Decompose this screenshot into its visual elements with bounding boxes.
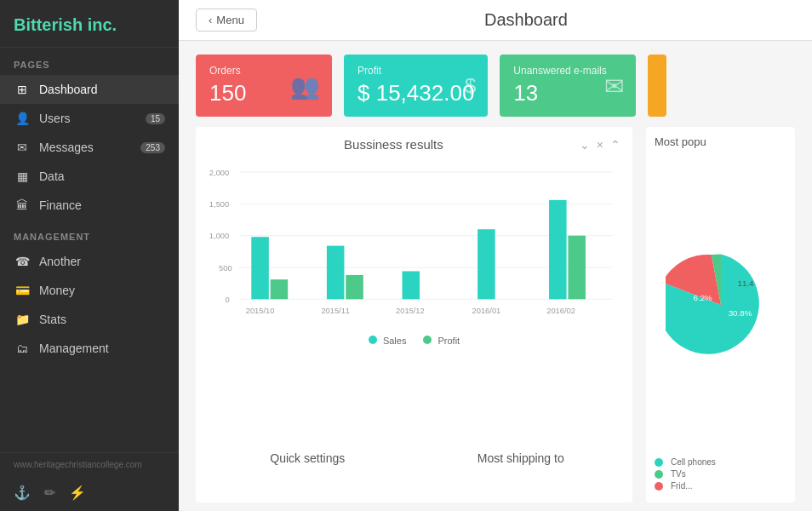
management-icon: 🗂 [14, 342, 31, 355]
profit-dot [423, 336, 432, 344]
legend-sales: Sales [369, 336, 407, 346]
chart-title: Bussiness results [208, 137, 580, 152]
sidebar-item-label: Money [39, 284, 75, 297]
chart-legend: Sales Profit [208, 336, 620, 346]
sidebar-item-money[interactable]: 💳 Money [0, 276, 179, 305]
most-shipping-card: Most shipping to [421, 424, 621, 492]
menu-button[interactable]: ‹ Menu [196, 9, 257, 32]
orders-icon: 👥 [290, 72, 320, 100]
sidebar-item-label: Messages [39, 141, 94, 154]
svg-text:0: 0 [226, 296, 230, 304]
sidebar-item-management[interactable]: 🗂 Management [0, 334, 179, 363]
stat-card-emails: Unanswered e-mails 13 ✉ [500, 55, 636, 117]
stat-card-orders: Orders 150 👥 [196, 55, 332, 117]
profit-value: $ 15,432.00 [357, 80, 474, 106]
chart-minimize-icon[interactable]: ⌄ [580, 138, 590, 152]
pages-section-label: PAGES [0, 48, 179, 75]
stats-icon: 📁 [14, 313, 31, 326]
finance-icon: 🏛 [14, 198, 31, 212]
pie-label-percent3: 11.4 [737, 278, 754, 288]
another-icon: ☎ [14, 255, 31, 268]
svg-text:2015/11: 2015/11 [321, 307, 350, 315]
bar-sales-0 [251, 237, 269, 299]
bar-sales-2 [403, 271, 420, 299]
svg-text:1,500: 1,500 [209, 200, 229, 209]
profit-title: Profit [357, 65, 474, 77]
most-shipping-label: Most shipping to [477, 451, 564, 465]
quick-settings-label: Quick settings [270, 451, 345, 465]
cell-phones-dot [655, 458, 663, 467]
pie-legend: Cell phones TVs Frid... [655, 454, 786, 494]
dashboard-icon: ⊞ [14, 83, 31, 96]
pie-chart-container: 30.8% 6.2% 11.4 [655, 155, 786, 454]
sidebar-item-stats[interactable]: 📁 Stats [0, 305, 179, 334]
sales-dot [369, 336, 377, 344]
chart-close-icon[interactable]: × [597, 138, 603, 152]
users-icon: 👤 [14, 112, 31, 125]
legend-cell-phones: Cell phones [655, 457, 786, 467]
svg-text:500: 500 [219, 264, 232, 273]
money-icon: 💳 [14, 284, 31, 297]
sidebar-item-another[interactable]: ☎ Another [0, 247, 179, 276]
sidebar-item-finance[interactable]: 🏛 Finance [0, 191, 179, 220]
svg-text:1,000: 1,000 [209, 232, 229, 240]
tvs-label: TVs [671, 469, 686, 479]
edit-icon[interactable]: ✏ [44, 485, 55, 501]
profit-icon: $ [465, 74, 476, 98]
stat-card-extra [648, 55, 666, 117]
bolt-icon[interactable]: ⚡ [69, 485, 86, 501]
tvs-dot [655, 470, 663, 479]
sidebar: Bitterish inc. PAGES ⊞ Dashboard 👤 Users… [0, 0, 179, 511]
chart-expand-icon[interactable]: ⌃ [610, 138, 620, 152]
users-badge: 15 [146, 113, 165, 124]
sidebar-item-users[interactable]: 👤 Users 15 [0, 104, 179, 133]
sidebar-item-label: Data [39, 169, 65, 183]
main-content: ‹ Menu Dashboard Orders 150 👥 Profit $ 1… [179, 0, 812, 511]
frid-label: Frid... [671, 481, 693, 491]
stats-row: Orders 150 👥 Profit $ 15,432.00 $ Unansw… [179, 41, 812, 127]
svg-text:2015/12: 2015/12 [396, 307, 425, 315]
bar-sales-4 [549, 200, 567, 299]
management-section-label: MANAGEMENT [0, 220, 179, 247]
sidebar-item-label: Stats [39, 313, 66, 326]
brand-logo: Bitterish inc. [0, 0, 179, 48]
bar-profit-1 [346, 275, 363, 299]
legend-profit-label: Profit [437, 336, 460, 346]
svg-text:2015/10: 2015/10 [246, 307, 275, 315]
legend-sales-label: Sales [383, 336, 407, 346]
sidebar-item-dashboard[interactable]: ⊞ Dashboard [0, 75, 179, 104]
sidebar-footer-icons: ⚓ ✏ ⚡ [0, 476, 179, 511]
messages-badge: 253 [140, 142, 165, 153]
anchor-icon[interactable]: ⚓ [14, 485, 31, 501]
pie-label-percent2: 6.2% [693, 292, 712, 301]
menu-button-label: Menu [216, 14, 244, 26]
chevron-left-icon: ‹ [209, 14, 212, 26]
content-row: Bussiness results ⌄ × ⌃ 2,000 1 [179, 127, 812, 511]
pie-label-percent1: 30.8% [728, 308, 752, 318]
legend-frid: Frid... [655, 481, 786, 491]
sidebar-item-data[interactable]: ▦ Data [0, 162, 179, 191]
sidebar-item-messages[interactable]: ✉ Messages 253 [0, 133, 179, 162]
page-title: Dashboard [257, 10, 795, 30]
quick-settings-card: Quick settings [208, 424, 408, 492]
sidebar-item-label: Another [39, 255, 81, 268]
bottom-labels: Quick settings Most shipping to [208, 424, 620, 492]
bar-sales-1 [327, 246, 345, 300]
legend-profit: Profit [423, 336, 460, 346]
legend-tvs: TVs [655, 469, 786, 479]
sidebar-footer-text: www.heritagechristiancollege.com [0, 452, 179, 476]
chart-header: Bussiness results ⌄ × ⌃ [208, 137, 620, 152]
pie-chart: 30.8% 6.2% 11.4 [666, 250, 776, 360]
chart-section: Bussiness results ⌄ × ⌃ 2,000 1 [196, 127, 632, 502]
chart-area: 2,000 1,500 1,000 500 0 [208, 158, 620, 416]
emails-icon: ✉ [604, 72, 624, 100]
sidebar-item-label: Users [39, 112, 71, 125]
chart-controls: ⌄ × ⌃ [580, 138, 620, 152]
bar-sales-3 [477, 229, 495, 299]
svg-text:2016/02: 2016/02 [546, 307, 575, 315]
bar-chart: 2,000 1,500 1,000 500 0 [208, 158, 620, 329]
svg-text:2,000: 2,000 [209, 169, 229, 177]
right-panel: Most popu 30.8% [646, 127, 795, 502]
bar-profit-0 [271, 279, 289, 299]
messages-icon: ✉ [14, 141, 31, 154]
